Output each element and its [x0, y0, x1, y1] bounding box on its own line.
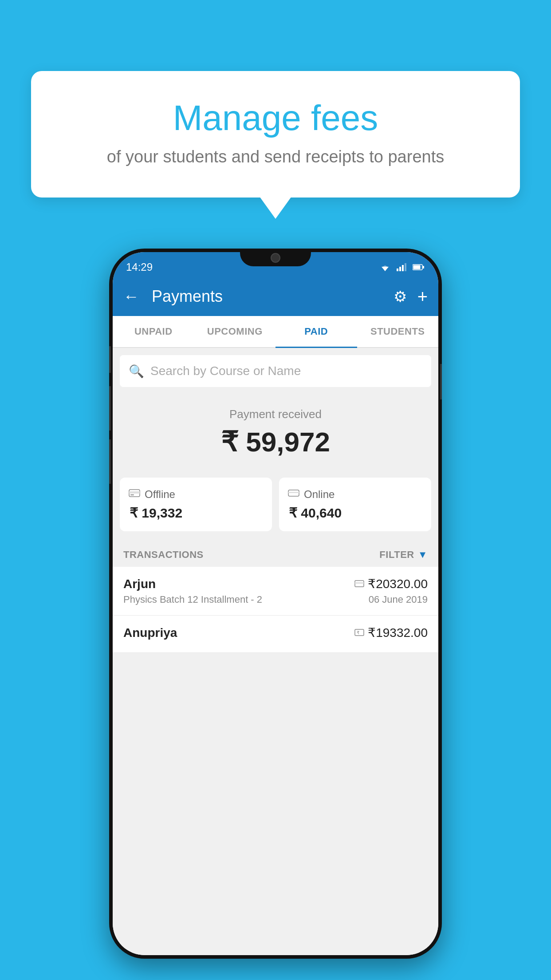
app-bar-actions: ⚙ +: [394, 287, 428, 307]
filter-icon: ▼: [418, 549, 428, 561]
phone-notch: [240, 249, 311, 266]
transaction-amount-wrap-arjun: ₹20320.00: [354, 577, 428, 591]
tab-upcoming[interactable]: UPCOMING: [194, 316, 276, 347]
svg-rect-5: [402, 265, 404, 271]
search-bar[interactable]: 🔍 Search by Course or Name: [120, 355, 431, 387]
online-card-icon: [288, 488, 299, 501]
svg-rect-6: [405, 263, 406, 271]
online-label: Online: [304, 488, 335, 501]
svg-rect-11: [129, 491, 140, 494]
tab-paid[interactable]: PAID: [276, 316, 357, 347]
transaction-row2-arjun: Physics Batch 12 Installment - 2 06 June…: [123, 594, 428, 605]
transaction-amount-wrap-anupriya: ₹ ₹19332.00: [354, 625, 428, 640]
offline-payment-card: Offline ₹ 19,332: [120, 478, 272, 531]
tab-bar: UNPAID UPCOMING PAID STUDENTS: [113, 316, 438, 348]
wifi-icon: [379, 263, 391, 271]
payment-cards-row: Offline ₹ 19,332 Online ₹ 4: [120, 478, 431, 540]
transaction-course-arjun: Physics Batch 12 Installment - 2: [123, 594, 262, 605]
offline-card-icon: [129, 488, 140, 501]
svg-rect-17: [355, 629, 364, 636]
online-payment-card: Online ₹ 40,640: [279, 478, 431, 531]
transactions-header: TRANSACTIONS FILTER ▼: [113, 540, 438, 567]
camera-dot: [271, 253, 280, 263]
offline-payment-icon: ₹: [354, 627, 364, 639]
bubble-subtitle: of your students and send receipts to pa…: [49, 147, 502, 166]
main-content: 🔍 Search by Course or Name Payment recei…: [113, 348, 438, 955]
transaction-name-arjun: Arjun: [123, 577, 156, 591]
transaction-row1-arjun: Arjun ₹20320.00: [123, 577, 428, 591]
offline-label: Offline: [145, 488, 175, 501]
transaction-date-arjun: 06 June 2019: [369, 594, 428, 605]
svg-rect-14: [288, 492, 299, 493]
svg-rect-16: [355, 582, 364, 584]
power-button: [440, 364, 442, 399]
search-placeholder-text: Search by Course or Name: [150, 364, 301, 378]
transaction-amount-arjun: ₹20320.00: [368, 577, 428, 591]
offline-amount: ₹ 19,332: [129, 505, 263, 521]
status-time: 14:29: [126, 261, 153, 273]
signal-icon: [396, 263, 408, 271]
card-header-online: Online: [288, 488, 422, 501]
filter-label: FILTER: [379, 549, 414, 561]
phone-screen: 14:29: [113, 252, 438, 955]
online-amount: ₹ 40,640: [288, 505, 422, 521]
status-icons: [379, 263, 425, 271]
volume-down-button: [109, 386, 111, 431]
card-header-offline: Offline: [129, 488, 263, 501]
filter-button[interactable]: FILTER ▼: [379, 549, 428, 561]
tab-students[interactable]: STUDENTS: [357, 316, 439, 347]
app-bar: ← Payments ⚙ +: [113, 277, 438, 316]
payment-received-amount: ₹ 59,972: [122, 426, 429, 458]
battery-icon: [413, 263, 425, 271]
transaction-item[interactable]: Arjun ₹20320.00 Physics: [113, 567, 438, 616]
transactions-label: TRANSACTIONS: [123, 549, 204, 561]
back-button[interactable]: ←: [123, 287, 139, 306]
transaction-amount-anupriya: ₹19332.00: [368, 625, 428, 640]
phone-frame: 14:29: [109, 249, 442, 959]
payment-received-section: Payment received ₹ 59,972: [113, 394, 438, 478]
svg-text:₹: ₹: [357, 630, 359, 635]
payment-received-label: Payment received: [122, 407, 429, 421]
transactions-list: Arjun ₹20320.00 Physics: [113, 567, 438, 653]
svg-rect-3: [397, 269, 398, 271]
speech-bubble: Manage fees of your students and send re…: [31, 71, 520, 198]
transaction-name-anupriya: Anupriya: [123, 626, 177, 640]
transaction-item[interactable]: Anupriya ₹ ₹19332.00: [113, 616, 438, 653]
svg-rect-12: [130, 494, 134, 495]
app-title: Payments: [148, 287, 385, 306]
svg-rect-4: [399, 267, 401, 271]
bubble-title: Manage fees: [49, 98, 502, 138]
transaction-row1-anupriya: Anupriya ₹ ₹19332.00: [123, 625, 428, 640]
svg-rect-8: [413, 265, 421, 269]
add-button[interactable]: +: [417, 287, 428, 307]
silent-button: [109, 439, 111, 484]
tab-unpaid[interactable]: UNPAID: [113, 316, 194, 347]
svg-rect-9: [423, 266, 424, 269]
search-icon: 🔍: [129, 364, 144, 379]
online-payment-icon: [354, 578, 364, 590]
volume-up-button: [109, 346, 111, 373]
settings-icon[interactable]: ⚙: [394, 288, 407, 305]
